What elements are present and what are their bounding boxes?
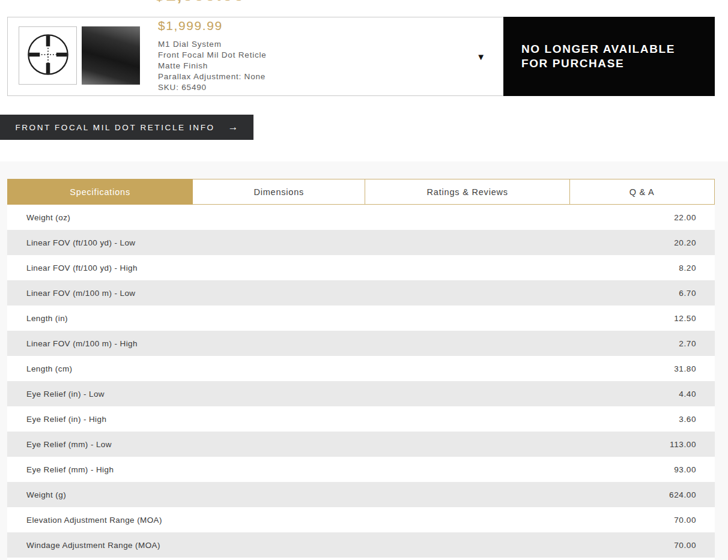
table-row: Weight (g) 624.00 (7, 482, 715, 507)
arrow-right-icon: → (228, 121, 238, 133)
spec-label: Weight (oz) (26, 213, 70, 222)
tab-q-and-a[interactable]: Q & A (570, 179, 714, 204)
variant-detail-finish: Matte Finish (158, 61, 267, 71)
product-variant-card[interactable]: $1,999.99 M1 Dial System Front Focal Mil… (7, 17, 715, 96)
variant-info: $1,999.99 M1 Dial System Front Focal Mil… (158, 19, 267, 95)
spec-value: 3.60 (679, 415, 696, 424)
reticle-thumbnail (19, 26, 77, 85)
spec-value: 4.40 (679, 390, 696, 399)
scope-photo-thumbnail (82, 26, 140, 85)
spec-value: 113.00 (670, 440, 696, 449)
reticle-info-button-label: FRONT FOCAL MIL DOT RETICLE INFO (15, 123, 214, 132)
detail-tabs: Specifications Dimensions Ratings & Revi… (7, 179, 715, 205)
tab-specifications[interactable]: Specifications (7, 179, 193, 205)
table-row: Linear FOV (m/100 m) - Low 6.70 (7, 280, 715, 306)
variant-price: $1,999.99 (158, 19, 267, 33)
table-row: Eye Relief (mm) - Low 113.00 (7, 432, 715, 457)
variant-detail-dial-system: M1 Dial System (158, 39, 267, 50)
chevron-down-icon[interactable]: ▼ (476, 52, 485, 62)
spec-value: 31.80 (674, 364, 696, 373)
table-row: Elevation Adjustment Range (MOA) 70.00 (7, 507, 715, 532)
clipped-top-price-remnant: $1,999.99 (154, 0, 245, 5)
mil-dot-reticle-icon (22, 29, 74, 83)
specifications-table: Weight (oz) 22.00 Linear FOV (ft/100 yd)… (7, 205, 715, 560)
table-row: Linear FOV (ft/100 yd) - High 8.20 (7, 255, 715, 280)
table-row: Windage Adjustment Range (MOA) 70.00 (7, 532, 715, 558)
spec-value: 70.00 (674, 516, 696, 525)
spec-label: Linear FOV (m/100 m) - Low (26, 289, 135, 298)
variant-thumbnails (19, 26, 140, 85)
variant-detail-parallax: Parallax Adjustment: None (158, 71, 267, 82)
availability-notice: NO LONGER AVAILABLE FOR PURCHASE (503, 17, 715, 96)
table-row: Linear FOV (m/100 m) - High 2.70 (7, 331, 715, 356)
spec-value: 22.00 (674, 213, 696, 222)
spec-value: 70.00 (674, 541, 696, 550)
table-row: Linear FOV (ft/100 yd) - Low 20.20 (7, 230, 715, 255)
spec-label: Eye Relief (mm) - High (26, 465, 114, 474)
table-row: Eye Relief (in) - Low 4.40 (7, 381, 715, 406)
spec-label: Weight (g) (26, 490, 66, 499)
spec-label: Eye Relief (mm) - Low (26, 440, 112, 449)
table-row: Length (cm) 31.80 (7, 356, 715, 381)
table-row: Eye Relief (in) - High 3.60 (7, 406, 715, 432)
table-row: Weight (oz) 22.00 (7, 205, 715, 230)
variant-card-content: $1,999.99 M1 Dial System Front Focal Mil… (8, 17, 503, 95)
table-row-clipped (7, 558, 715, 560)
spec-label: Linear FOV (ft/100 yd) - High (26, 263, 138, 272)
spec-label: Linear FOV (m/100 m) - High (26, 339, 138, 348)
spec-label: Eye Relief (in) - Low (26, 390, 105, 399)
availability-notice-text: NO LONGER AVAILABLE FOR PURCHASE (521, 42, 702, 71)
spec-label: Windage Adjustment Range (MOA) (26, 541, 160, 550)
spec-label: Elevation Adjustment Range (MOA) (26, 516, 162, 525)
spec-value: 93.00 (674, 465, 696, 474)
spec-label: Length (in) (26, 314, 68, 323)
spec-value: 12.50 (674, 314, 696, 323)
variant-detail-reticle: Front Focal Mil Dot Reticle (158, 50, 267, 61)
spec-value: 20.20 (674, 238, 696, 247)
spec-value: 2.70 (679, 339, 696, 348)
tab-dimensions[interactable]: Dimensions (193, 179, 365, 204)
spec-value: 8.20 (679, 263, 696, 272)
variant-detail-lines: M1 Dial System Front Focal Mil Dot Retic… (158, 39, 267, 95)
spec-value: 624.00 (669, 490, 696, 499)
table-row: Length (in) 12.50 (7, 306, 715, 331)
reticle-info-button[interactable]: FRONT FOCAL MIL DOT RETICLE INFO → (0, 115, 253, 140)
spec-label: Eye Relief (in) - High (26, 415, 106, 424)
product-details-section: Specifications Dimensions Ratings & Revi… (0, 161, 728, 560)
table-row: Eye Relief (mm) - High 93.00 (7, 457, 715, 482)
tab-ratings-reviews[interactable]: Ratings & Reviews (365, 179, 570, 204)
spec-label: Length (cm) (26, 364, 72, 373)
variant-detail-sku: SKU: 65490 (158, 82, 267, 93)
variant-status-text: No longer for sale (158, 93, 267, 95)
spec-value: 6.70 (679, 289, 696, 298)
spec-label: Linear FOV (ft/100 yd) - Low (26, 238, 136, 247)
